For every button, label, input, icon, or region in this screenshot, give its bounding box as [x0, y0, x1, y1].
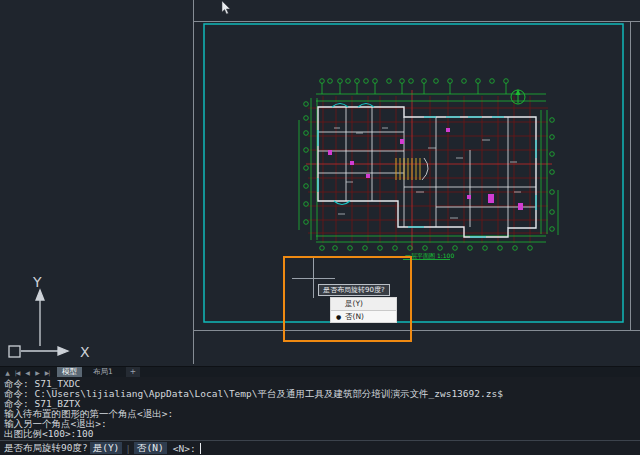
stair-symbol [396, 158, 420, 180]
window-symbols [318, 104, 536, 238]
last-tab-button[interactable]: ▶| [43, 369, 51, 376]
command-history: 命令: S71_TXDC 命令: C:\Users\lijialiang\App… [0, 377, 640, 439]
prev-tab-button[interactable]: ◀ [23, 369, 31, 376]
command-line-panel: 命令: S71_TXDC 命令: C:\Users\lijialiang\App… [0, 377, 640, 455]
keyword-yes-button[interactable]: 是(Y) [90, 442, 123, 454]
command-prompt-text: 是否布局旋转90度? [4, 442, 88, 455]
plan-title-text: 一层平面图 1:100 [405, 252, 454, 260]
north-arrow-icon [511, 89, 525, 104]
tab-model[interactable]: 模型 [57, 367, 82, 377]
next-tab-button[interactable]: ▶ [33, 369, 41, 376]
command-history-line: 输入另一个角点<退出>: [4, 419, 640, 429]
command-input-line[interactable]: 是否布局旋转90度? 是(Y) | 否(N) <N>: [0, 440, 640, 455]
keyword-no-button[interactable]: 否(N) [134, 442, 167, 454]
layout-tab-bar: ▲ |◀ ◀ ▶ ▶| 模型 布局1 + [0, 366, 640, 377]
ucs-x-label: X [80, 344, 90, 360]
new-layout-button[interactable]: + [126, 367, 140, 377]
grid-lines-bright [306, 90, 552, 250]
text-cursor [200, 443, 202, 454]
command-history-line: 出图比例<100>:100 [4, 429, 640, 439]
ucs-icon: Y X [0, 270, 110, 366]
viewport-frame [204, 24, 623, 322]
mouse-pointer-icon [221, 1, 233, 15]
default-value-text: <N>: [173, 443, 196, 454]
drawing-canvas[interactable]: 一层平面图 1:100 是否布局旋转90度? 是(Y) ● 否(N) Y [0, 0, 640, 366]
fixture-symbols [328, 128, 523, 210]
floor-plan-walls [318, 107, 536, 237]
annotation-highlight-box [283, 256, 412, 342]
dimension-lines [299, 79, 558, 251]
command-history-line: 命令: C:\Users\lijialiang\AppData\Local\Te… [4, 389, 640, 399]
first-tab-button[interactable]: |◀ [13, 369, 21, 376]
chip-separator: | [125, 443, 131, 454]
expand-commandline-button[interactable]: ▲ [3, 369, 11, 376]
tab-layout1[interactable]: 布局1 [88, 367, 118, 377]
sheet-frame [193, 0, 640, 364]
ucs-y-label: Y [32, 274, 42, 290]
